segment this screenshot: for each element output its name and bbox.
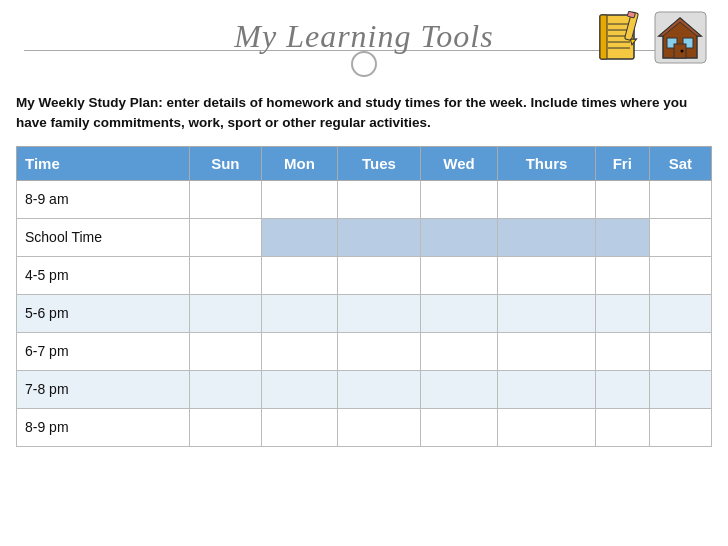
time-cell: School Time bbox=[17, 218, 190, 256]
cell-sun-4[interactable] bbox=[190, 332, 262, 370]
header-divider bbox=[0, 63, 728, 83]
cell-wed-3[interactable] bbox=[420, 294, 498, 332]
cell-sat-3[interactable] bbox=[649, 294, 711, 332]
cell-thurs-6[interactable] bbox=[498, 408, 595, 446]
cell-mon-0[interactable] bbox=[261, 180, 338, 218]
cell-wed-2[interactable] bbox=[420, 256, 498, 294]
time-cell: 5-6 pm bbox=[17, 294, 190, 332]
cell-sat-4[interactable] bbox=[649, 332, 711, 370]
cell-sun-3[interactable] bbox=[190, 294, 262, 332]
cell-thurs-1[interactable] bbox=[498, 218, 595, 256]
col-fri: Fri bbox=[595, 146, 649, 180]
col-sun: Sun bbox=[190, 146, 262, 180]
cell-wed-4[interactable] bbox=[420, 332, 498, 370]
cell-sat-2[interactable] bbox=[649, 256, 711, 294]
schedule-table-wrapper: Time Sun Mon Tues Wed Thurs Fri Sat 8-9 … bbox=[0, 146, 728, 547]
time-cell: 8-9 am bbox=[17, 180, 190, 218]
cell-wed-1[interactable] bbox=[420, 218, 498, 256]
cell-tues-3[interactable] bbox=[338, 294, 420, 332]
cell-mon-6[interactable] bbox=[261, 408, 338, 446]
cell-sun-2[interactable] bbox=[190, 256, 262, 294]
cell-sun-1[interactable] bbox=[190, 218, 262, 256]
schedule-table: Time Sun Mon Tues Wed Thurs Fri Sat 8-9 … bbox=[16, 146, 712, 447]
svg-rect-14 bbox=[674, 44, 686, 58]
cell-fri-4[interactable] bbox=[595, 332, 649, 370]
cell-wed-0[interactable] bbox=[420, 180, 498, 218]
cell-sat-1[interactable] bbox=[649, 218, 711, 256]
col-sat: Sat bbox=[649, 146, 711, 180]
header-icons bbox=[592, 10, 708, 65]
table-row: 4-5 pm bbox=[17, 256, 712, 294]
notebook-icon bbox=[592, 10, 647, 65]
time-cell: 6-7 pm bbox=[17, 332, 190, 370]
cell-sun-0[interactable] bbox=[190, 180, 262, 218]
col-wed: Wed bbox=[420, 146, 498, 180]
table-row: 8-9 pm bbox=[17, 408, 712, 446]
table-row: 7-8 pm bbox=[17, 370, 712, 408]
cell-sat-5[interactable] bbox=[649, 370, 711, 408]
cell-fri-1[interactable] bbox=[595, 218, 649, 256]
col-mon: Mon bbox=[261, 146, 338, 180]
col-thurs: Thurs bbox=[498, 146, 595, 180]
cell-sun-6[interactable] bbox=[190, 408, 262, 446]
time-cell: 7-8 pm bbox=[17, 370, 190, 408]
cell-tues-6[interactable] bbox=[338, 408, 420, 446]
time-cell: 4-5 pm bbox=[17, 256, 190, 294]
cell-thurs-2[interactable] bbox=[498, 256, 595, 294]
cell-sat-6[interactable] bbox=[649, 408, 711, 446]
col-tues: Tues bbox=[338, 146, 420, 180]
table-header-row: Time Sun Mon Tues Wed Thurs Fri Sat bbox=[17, 146, 712, 180]
cell-fri-0[interactable] bbox=[595, 180, 649, 218]
cell-mon-4[interactable] bbox=[261, 332, 338, 370]
cell-fri-6[interactable] bbox=[595, 408, 649, 446]
cell-tues-1[interactable] bbox=[338, 218, 420, 256]
cell-thurs-0[interactable] bbox=[498, 180, 595, 218]
cell-fri-2[interactable] bbox=[595, 256, 649, 294]
cell-tues-0[interactable] bbox=[338, 180, 420, 218]
svg-rect-9 bbox=[627, 11, 635, 18]
cell-mon-5[interactable] bbox=[261, 370, 338, 408]
cell-wed-6[interactable] bbox=[420, 408, 498, 446]
svg-point-15 bbox=[681, 50, 684, 53]
cell-fri-5[interactable] bbox=[595, 370, 649, 408]
house-icon bbox=[653, 10, 708, 65]
cell-thurs-4[interactable] bbox=[498, 332, 595, 370]
table-row: 6-7 pm bbox=[17, 332, 712, 370]
cell-thurs-5[interactable] bbox=[498, 370, 595, 408]
cell-wed-5[interactable] bbox=[420, 370, 498, 408]
cell-tues-5[interactable] bbox=[338, 370, 420, 408]
table-row: School Time bbox=[17, 218, 712, 256]
main-container: My Learning Tools bbox=[0, 0, 728, 546]
cell-mon-1[interactable] bbox=[261, 218, 338, 256]
table-row: 8-9 am bbox=[17, 180, 712, 218]
cell-mon-2[interactable] bbox=[261, 256, 338, 294]
cell-fri-3[interactable] bbox=[595, 294, 649, 332]
col-time: Time bbox=[17, 146, 190, 180]
cell-tues-2[interactable] bbox=[338, 256, 420, 294]
svg-rect-1 bbox=[600, 15, 607, 59]
cell-sun-5[interactable] bbox=[190, 370, 262, 408]
time-cell: 8-9 pm bbox=[17, 408, 190, 446]
table-row: 5-6 pm bbox=[17, 294, 712, 332]
page-title: My Learning Tools bbox=[234, 18, 493, 55]
cell-mon-3[interactable] bbox=[261, 294, 338, 332]
cell-sat-0[interactable] bbox=[649, 180, 711, 218]
header: My Learning Tools bbox=[0, 0, 728, 63]
cell-thurs-3[interactable] bbox=[498, 294, 595, 332]
description-text: My Weekly Study Plan: enter details of h… bbox=[0, 83, 728, 146]
cell-tues-4[interactable] bbox=[338, 332, 420, 370]
